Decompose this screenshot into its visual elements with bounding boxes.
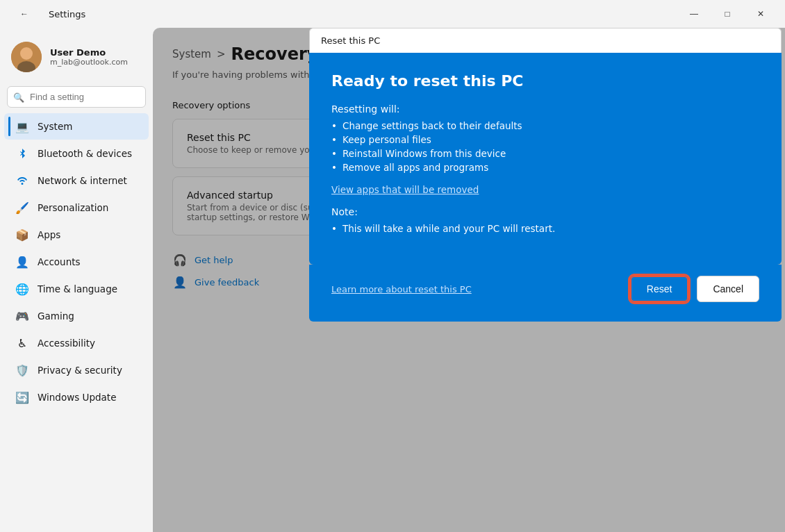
search-icon: 🔍 xyxy=(13,92,24,102)
close-button[interactable]: ✕ xyxy=(745,3,777,25)
network-icon xyxy=(15,174,29,188)
accessibility-icon: ♿ xyxy=(15,336,29,350)
search-input[interactable] xyxy=(7,86,146,108)
sidebar-item-windowsupdate[interactable]: 🔄 Windows Update xyxy=(4,384,149,410)
dialog-footer-buttons: Reset Cancel xyxy=(630,276,759,302)
sidebar-item-privacy[interactable]: 🛡️ Privacy & security xyxy=(4,357,149,383)
sidebar-item-bluetooth[interactable]: Bluetooth & devices xyxy=(4,140,149,167)
dialog-resetting-list: Change settings back to their defaults K… xyxy=(331,120,759,173)
sidebar-item-apps[interactable]: 📦 Apps xyxy=(4,222,149,248)
sidebar-item-label-system: System xyxy=(38,121,72,132)
dialog-header: Reset this PC xyxy=(309,28,782,53)
sidebar-item-label-accounts: Accounts xyxy=(38,256,81,267)
dialog-resetting-will-label: Resetting will: xyxy=(331,103,759,115)
system-icon: 💻 xyxy=(15,119,29,133)
user-info: User Demo m_lab@outlook.com xyxy=(50,47,128,67)
sidebar-item-label-personalization: Personalization xyxy=(38,202,108,213)
dialog-body: Ready to reset this PC Resetting will: C… xyxy=(309,53,782,265)
windowsupdate-icon: 🔄 xyxy=(15,390,29,404)
back-button[interactable]: ← xyxy=(8,3,40,25)
list-item: Change settings back to their defaults xyxy=(331,120,759,131)
bluetooth-icon xyxy=(15,147,29,160)
sidebar-item-system[interactable]: 💻 System xyxy=(4,113,149,140)
view-apps-link[interactable]: View apps that will be removed xyxy=(331,184,759,195)
cancel-dialog-button[interactable]: Cancel xyxy=(697,276,759,302)
dialog-title: Ready to reset this PC xyxy=(331,72,759,90)
apps-icon: 📦 xyxy=(15,228,29,242)
sidebar-item-gaming[interactable]: 🎮 Gaming xyxy=(4,303,149,329)
app-container: User Demo m_lab@outlook.com 🔍 💻 System B… xyxy=(0,28,785,532)
sidebar-item-accounts[interactable]: 👤 Accounts xyxy=(4,249,149,275)
sidebar-item-personalization[interactable]: 🖌️ Personalization xyxy=(4,194,149,221)
reset-confirm-button[interactable]: Reset xyxy=(630,276,689,302)
user-profile[interactable]: User Demo m_lab@outlook.com xyxy=(0,33,153,83)
sidebar-item-label-time: Time & language xyxy=(38,283,117,294)
time-icon: 🌐 xyxy=(15,282,29,296)
list-item: This will take a while and your PC will … xyxy=(331,223,759,234)
list-item: Reinstall Windows from this device xyxy=(331,148,759,159)
content-area: System > Recovery If you're having probl… xyxy=(153,28,785,532)
accounts-icon: 👤 xyxy=(15,255,29,269)
user-email: m_lab@outlook.com xyxy=(50,58,128,67)
user-name: User Demo xyxy=(50,47,128,58)
sidebar-item-label-privacy: Privacy & security xyxy=(38,365,122,376)
sidebar-item-label-network: Network & internet xyxy=(38,175,127,186)
sidebar-item-time[interactable]: 🌐 Time & language xyxy=(4,276,149,302)
dialog-wrapper: Reset this PC Ready to reset this PC Res… xyxy=(306,28,785,322)
minimize-button[interactable]: — xyxy=(678,3,710,25)
gaming-icon: 🎮 xyxy=(15,309,29,323)
sidebar-item-label-accessibility: Accessibility xyxy=(38,338,95,349)
sidebar-item-label-bluetooth: Bluetooth & devices xyxy=(38,148,132,159)
sidebar-item-accessibility[interactable]: ♿ Accessibility xyxy=(4,330,149,356)
reset-pc-dialog: Reset this PC Ready to reset this PC Res… xyxy=(309,28,782,322)
personalization-icon: 🖌️ xyxy=(15,201,29,215)
sidebar-item-network[interactable]: Network & internet xyxy=(4,167,149,194)
svg-point-1 xyxy=(20,47,33,60)
list-item: Remove all apps and programs xyxy=(331,162,759,173)
privacy-icon: 🛡️ xyxy=(15,363,29,377)
app-title: Settings xyxy=(49,9,85,19)
dialog-note-label: Note: xyxy=(331,206,759,217)
sidebar-item-label-apps: Apps xyxy=(38,229,60,240)
sidebar-item-label-gaming: Gaming xyxy=(38,310,74,322)
sidebar-nav: 💻 System Bluetooth & devices Network & i… xyxy=(0,113,153,410)
titlebar: ← Settings — □ ✕ xyxy=(0,0,785,28)
sidebar: User Demo m_lab@outlook.com 🔍 💻 System B… xyxy=(0,28,153,532)
sidebar-item-label-windowsupdate: Windows Update xyxy=(38,392,116,403)
avatar xyxy=(11,42,42,72)
maximize-button[interactable]: □ xyxy=(711,3,743,25)
dialog-note-list: This will take a while and your PC will … xyxy=(331,223,759,234)
learn-more-link[interactable]: Learn more about reset this PC xyxy=(331,284,472,294)
dialog-footer: Learn more about reset this PC Reset Can… xyxy=(309,265,782,322)
search-box: 🔍 xyxy=(7,86,146,108)
list-item: Keep personal files xyxy=(331,134,759,145)
